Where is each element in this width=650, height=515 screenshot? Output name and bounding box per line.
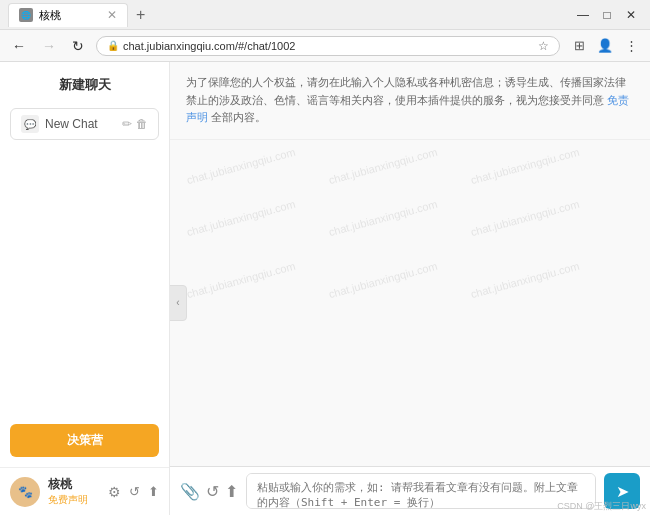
window-controls: — □ ✕ [572,6,642,24]
sidebar-collapse-button[interactable]: ‹ [170,285,187,321]
refresh-icon[interactable]: ↺ [129,484,140,499]
address-box[interactable]: 🔒 chat.jubianxingqiu.com/#/chat/1002 ☆ [96,36,560,56]
chat-icon: 💬 [21,115,39,133]
upload-icon[interactable]: ⬆ [148,484,159,499]
input-icons-left: 📎 ↺ ⬆ [180,482,238,501]
sidebar-footer: 🐾 核桃 免费声明 ⚙ ↺ ⬆ [0,467,169,515]
notice-text: 为了保障您的人个权益，请勿在此输入个人隐私或各种机密信息；诱导生成、传播国家法律… [186,76,626,106]
attach-icon[interactable]: 📎 [180,482,200,501]
tab-title: 核桃 [39,8,61,23]
edit-chat-button[interactable]: ✏ [122,117,132,131]
chat-area: chat.jubianxingqiu.com chat.jubianxingqi… [170,140,650,466]
star-icon[interactable]: ☆ [538,39,549,53]
notice-bar: 为了保障您的人个权益，请勿在此输入个人隐私或各种机密信息；诱导生成、传播国家法律… [170,62,650,140]
refresh-input-icon[interactable]: ↺ [206,482,219,501]
browser-toolbar: ⊞ 👤 ⋮ [568,35,642,57]
address-icons: ☆ [538,39,549,53]
profile-icon[interactable]: 👤 [594,35,616,57]
tab-close-button[interactable]: ✕ [107,8,117,22]
menu-icon[interactable]: ⋮ [620,35,642,57]
watermark-3: chat.jubianxingqiu.com [450,140,601,209]
chat-action-icons: ✏ 🗑 [122,117,148,131]
watermark-7: chat.jubianxingqiu.com [170,236,316,323]
tab-favicon: 🌐 [19,8,33,22]
send-icon: ➤ [616,482,629,501]
watermark-2: chat.jubianxingqiu.com [308,140,459,209]
new-tab-button[interactable]: + [128,2,153,28]
minimize-button[interactable]: — [572,6,594,24]
csdn-watermark: CSDN @王烈三日wyx [557,500,646,513]
new-chat-label: New Chat [45,117,116,131]
refresh-button[interactable]: ↻ [68,36,88,56]
main-content: 为了保障您的人个权益，请勿在此输入个人隐私或各种机密信息；诱导生成、传播国家法律… [170,62,650,515]
address-bar: ← → ↻ 🔒 chat.jubianxingqiu.com/#/chat/10… [0,30,650,62]
delete-chat-button[interactable]: 🗑 [136,117,148,131]
sidebar-chat-list [0,144,169,414]
sidebar: 新建聊天 💬 New Chat ✏ 🗑 决策营 🐾 核桃 免费声明 ⚙ ↺ ⬆ [0,62,170,515]
new-chat-item[interactable]: 💬 New Chat ✏ 🗑 [10,108,159,140]
watermark-4: chat.jubianxingqiu.com [170,174,316,261]
watermark-5: chat.jubianxingqiu.com [308,174,459,261]
app-container: 新建聊天 💬 New Chat ✏ 🗑 决策营 🐾 核桃 免费声明 ⚙ ↺ ⬆ … [0,62,650,515]
user-info: 核桃 免费声明 [48,476,100,507]
settings-icon[interactable]: ⚙ [108,484,121,500]
watermark-6: chat.jubianxingqiu.com [450,174,601,261]
avatar: 🐾 [10,477,40,507]
user-tag: 免费声明 [48,493,100,507]
watermark-8: chat.jubianxingqiu.com [308,236,459,323]
watermark-9: chat.jubianxingqiu.com [450,236,601,323]
chat-input[interactable] [246,473,596,509]
share-icon[interactable]: ⬆ [225,482,238,501]
url-text: chat.jubianxingqiu.com/#/chat/1002 [123,40,534,52]
upgrade-button[interactable]: 决策营 [10,424,159,457]
close-button[interactable]: ✕ [620,6,642,24]
forward-button[interactable]: → [38,36,60,56]
extensions-icon[interactable]: ⊞ [568,35,590,57]
watermark-layer: chat.jubianxingqiu.com chat.jubianxingqi… [170,140,650,466]
back-button[interactable]: ← [8,36,30,56]
username: 核桃 [48,476,100,493]
browser-titlebar: 🌐 核桃 ✕ + — □ ✕ [0,0,650,30]
browser-tab[interactable]: 🌐 核桃 ✕ [8,3,128,27]
watermark-1: chat.jubianxingqiu.com [170,140,316,209]
notice-suffix: 全部内容。 [211,111,266,123]
lock-icon: 🔒 [107,40,119,51]
sidebar-header: 新建聊天 [0,62,169,104]
maximize-button[interactable]: □ [596,6,618,24]
